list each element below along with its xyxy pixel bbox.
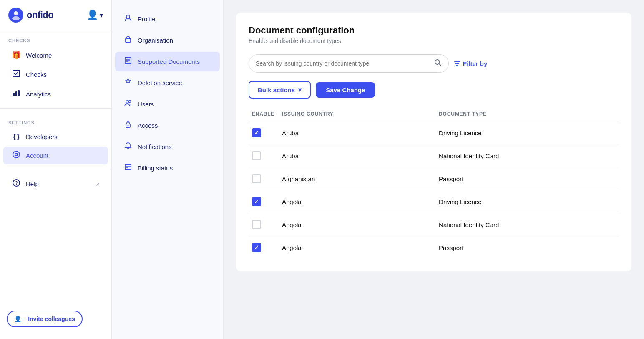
table-cell-doctype: Passport bbox=[439, 236, 619, 259]
col-enable: ENABLE bbox=[249, 107, 282, 121]
bulk-actions-label: Bulk actions bbox=[258, 86, 295, 94]
secondary-item-users[interactable]: Users bbox=[115, 94, 220, 114]
table-cell-doctype: Driving Licence bbox=[439, 190, 619, 213]
secondary-item-users-label: Users bbox=[138, 101, 154, 108]
secondary-item-access-label: Access bbox=[138, 122, 158, 129]
table-row: ✓AngolaPassport bbox=[249, 236, 619, 259]
svg-rect-7 bbox=[18, 90, 20, 96]
table-row: ✓AngolaDriving Licence bbox=[249, 190, 619, 213]
page-title: Document configuration bbox=[249, 25, 619, 36]
billing-icon bbox=[123, 163, 133, 173]
table-cell-doctype: National Identity Card bbox=[439, 213, 619, 236]
table-cell-enable bbox=[249, 167, 282, 190]
secondary-item-access[interactable]: Access bbox=[115, 116, 220, 135]
table-row: ArubaNational Identity Card bbox=[249, 144, 619, 167]
sidebar-item-checks-label: Checks bbox=[26, 71, 47, 78]
save-change-button[interactable]: Save Change bbox=[316, 82, 375, 98]
secondary-item-supported-docs-label: Supported Documents bbox=[138, 58, 200, 65]
secondary-item-organisation[interactable]: Organisation bbox=[115, 30, 220, 50]
search-input[interactable] bbox=[256, 60, 431, 67]
sidebar-item-welcome[interactable]: 🎁 Welcome bbox=[3, 46, 108, 64]
checkbox[interactable]: ✓ bbox=[252, 197, 261, 206]
svg-point-8 bbox=[13, 151, 20, 158]
help-icon: ? bbox=[12, 179, 21, 189]
users-icon bbox=[123, 99, 133, 109]
svg-rect-6 bbox=[15, 91, 17, 96]
profile-icon bbox=[123, 14, 133, 24]
secondary-item-deletion-service[interactable]: Deletion service bbox=[115, 73, 220, 93]
deletion-icon bbox=[123, 78, 133, 88]
table-cell-doctype: Passport bbox=[439, 167, 619, 190]
svg-point-3 bbox=[12, 14, 15, 16]
main-content: Document configuration Enable and disabl… bbox=[224, 0, 644, 339]
sidebar-item-help[interactable]: ? Help ↗ bbox=[3, 175, 108, 193]
svg-rect-5 bbox=[13, 93, 15, 96]
svg-point-12 bbox=[126, 15, 130, 18]
invite-icon: 👤+ bbox=[14, 316, 25, 322]
left-sidebar: onfido 👤 ▾ CHECKS 🎁 Welcome Checks Analy… bbox=[0, 0, 112, 339]
settings-section-label: SETTINGS bbox=[0, 113, 111, 128]
account-icon bbox=[12, 151, 21, 160]
toolbar: Filter by bbox=[249, 54, 619, 73]
sidebar-item-help-label: Help bbox=[26, 180, 39, 187]
table-row: AfghanistanPassport bbox=[249, 167, 619, 190]
svg-rect-23 bbox=[125, 164, 131, 170]
filter-button[interactable]: Filter by bbox=[454, 60, 487, 67]
checkbox-check: ✓ bbox=[254, 130, 259, 136]
sidebar-divider-1 bbox=[0, 108, 111, 109]
sidebar-item-developers-label: Developers bbox=[26, 133, 58, 140]
logo-icon bbox=[8, 8, 23, 23]
search-icon bbox=[434, 59, 442, 68]
col-country: ISSUING COUNTRY bbox=[282, 107, 439, 121]
actions-row: Bulk actions ▾ Save Change bbox=[249, 81, 619, 99]
table-cell-enable: ✓ bbox=[249, 121, 282, 144]
checkbox[interactable]: ✓ bbox=[252, 243, 261, 252]
document-table: ENABLE ISSUING COUNTRY DOCUMENT TYPE ✓Ar… bbox=[249, 107, 619, 259]
secondary-item-supported-documents[interactable]: Supported Documents bbox=[115, 52, 220, 71]
welcome-icon: 🎁 bbox=[12, 51, 21, 60]
invite-colleagues-button[interactable]: 👤+ Invite colleagues bbox=[7, 311, 83, 327]
table-cell-doctype: Driving Licence bbox=[439, 121, 619, 144]
sidebar-item-account-label: Account bbox=[26, 152, 48, 159]
checkbox[interactable]: ✓ bbox=[252, 128, 261, 137]
secondary-item-billing-status[interactable]: Billing status bbox=[115, 158, 220, 178]
svg-point-2 bbox=[12, 16, 20, 20]
secondary-sidebar: Profile Organisation Supported Documents… bbox=[112, 0, 224, 339]
sidebar-item-developers[interactable]: {} Developers bbox=[3, 129, 108, 145]
secondary-item-profile[interactable]: Profile bbox=[115, 9, 220, 29]
bulk-actions-button[interactable]: Bulk actions ▾ bbox=[249, 81, 311, 99]
filter-label: Filter by bbox=[463, 60, 487, 67]
organisation-icon bbox=[123, 35, 133, 45]
secondary-item-organisation-label: Organisation bbox=[138, 37, 173, 44]
svg-text:?: ? bbox=[15, 180, 18, 185]
analytics-icon bbox=[12, 89, 21, 99]
sidebar-item-checks[interactable]: Checks bbox=[3, 66, 108, 83]
secondary-item-billing-label: Billing status bbox=[138, 164, 173, 172]
secondary-item-notifications[interactable]: Notifications bbox=[115, 137, 220, 157]
checkbox[interactable] bbox=[252, 151, 261, 160]
page-subtitle: Enable and disable document types bbox=[249, 38, 619, 44]
secondary-item-profile-label: Profile bbox=[138, 15, 156, 23]
table-cell-country: Afghanistan bbox=[282, 167, 439, 190]
checks-section-label: CHECKS bbox=[0, 30, 111, 46]
col-doctype: DOCUMENT TYPE bbox=[439, 107, 619, 121]
sidebar-divider-2 bbox=[0, 170, 111, 170]
developers-icon: {} bbox=[12, 133, 21, 141]
svg-point-22 bbox=[128, 125, 129, 126]
bulk-actions-chevron: ▾ bbox=[298, 86, 302, 94]
checkbox[interactable] bbox=[252, 220, 261, 229]
logo-text: onfido bbox=[27, 10, 53, 20]
search-box[interactable] bbox=[249, 54, 449, 73]
checkbox[interactable] bbox=[252, 174, 261, 183]
table-cell-enable bbox=[249, 144, 282, 167]
svg-point-20 bbox=[129, 101, 131, 103]
sidebar-item-account[interactable]: Account bbox=[3, 147, 108, 164]
external-link-icon: ↗ bbox=[96, 181, 100, 187]
save-label: Save Change bbox=[326, 86, 365, 94]
sidebar-item-analytics[interactable]: Analytics bbox=[3, 85, 108, 103]
table-cell-country: Angola bbox=[282, 213, 439, 236]
access-icon bbox=[123, 121, 133, 130]
table-cell-country: Angola bbox=[282, 190, 439, 213]
user-menu-chevron: ▾ bbox=[100, 11, 103, 19]
user-menu[interactable]: 👤 ▾ bbox=[87, 10, 103, 20]
